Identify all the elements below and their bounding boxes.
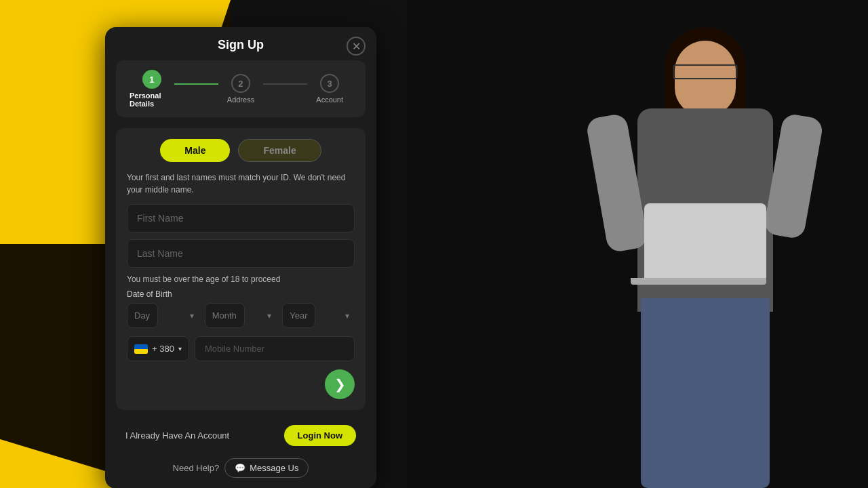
month-select[interactable]: Month bbox=[205, 303, 245, 328]
step-line-1 bbox=[174, 83, 219, 85]
dropdown-chevron-icon: ▾ bbox=[178, 345, 182, 352]
step-1: 1 Personal Details bbox=[130, 70, 174, 108]
next-button[interactable]: ❯ bbox=[325, 369, 355, 399]
step-1-label: Personal Details bbox=[130, 92, 174, 108]
ukraine-flag-icon bbox=[134, 344, 148, 354]
dob-row: Day Month Year bbox=[127, 303, 355, 328]
message-us-label: Message Us bbox=[250, 463, 298, 473]
modal-title: Sign Up bbox=[218, 38, 264, 52]
next-btn-row: ❯ bbox=[127, 369, 355, 399]
year-select-wrapper: Year bbox=[282, 303, 355, 328]
step-1-circle: 1 bbox=[142, 70, 161, 89]
female-button[interactable]: Female bbox=[238, 139, 321, 162]
step-3-circle: 3 bbox=[320, 74, 339, 93]
step-3-label: Account bbox=[316, 96, 343, 104]
phone-code-selector[interactable]: + 380 ▾ bbox=[127, 336, 189, 361]
day-select-wrapper: Day bbox=[127, 303, 199, 328]
step-line-2 bbox=[263, 83, 308, 85]
phone-code-text: + 380 bbox=[152, 344, 174, 354]
message-us-button[interactable]: 💬 Message Us bbox=[224, 458, 309, 478]
message-icon: 💬 bbox=[235, 463, 245, 473]
year-select[interactable]: Year bbox=[282, 303, 315, 328]
form-area: Male Female Your first and last names mu… bbox=[116, 128, 366, 410]
step-2-circle: 2 bbox=[231, 74, 250, 93]
close-button[interactable]: ✕ bbox=[347, 37, 366, 56]
next-arrow-icon: ❯ bbox=[334, 376, 346, 392]
already-account-bar: I Already Have An Account Login Now bbox=[116, 418, 366, 453]
step-3: 3 Account bbox=[307, 74, 352, 104]
age-notice: You must be over the age of 18 to procee… bbox=[127, 274, 355, 284]
last-name-input[interactable] bbox=[127, 239, 355, 268]
first-name-input[interactable] bbox=[127, 204, 355, 232]
already-account-text: I Already Have An Account bbox=[125, 430, 229, 441]
help-row: Need Help? 💬 Message Us bbox=[105, 458, 376, 478]
month-select-wrapper: Month bbox=[205, 303, 277, 328]
login-now-button[interactable]: Login Now bbox=[284, 425, 356, 446]
male-button[interactable]: Male bbox=[160, 139, 230, 162]
step-2-label: Address bbox=[227, 96, 254, 104]
id-notice: Your first and last names must match you… bbox=[127, 171, 355, 196]
help-text: Need Help? bbox=[173, 463, 220, 473]
day-select[interactable]: Day bbox=[127, 303, 158, 328]
modal-header: Sign Up ✕ bbox=[105, 27, 376, 60]
phone-input[interactable] bbox=[195, 336, 355, 361]
signup-modal: Sign Up ✕ 1 Personal Details 2 Address 3… bbox=[105, 27, 376, 488]
dob-label: Date of Birth bbox=[127, 289, 355, 299]
steps-container: 1 Personal Details 2 Address 3 Account bbox=[116, 60, 366, 117]
gender-row: Male Female bbox=[127, 139, 355, 162]
step-2: 2 Address bbox=[218, 74, 263, 104]
phone-row: + 380 ▾ bbox=[127, 336, 355, 361]
